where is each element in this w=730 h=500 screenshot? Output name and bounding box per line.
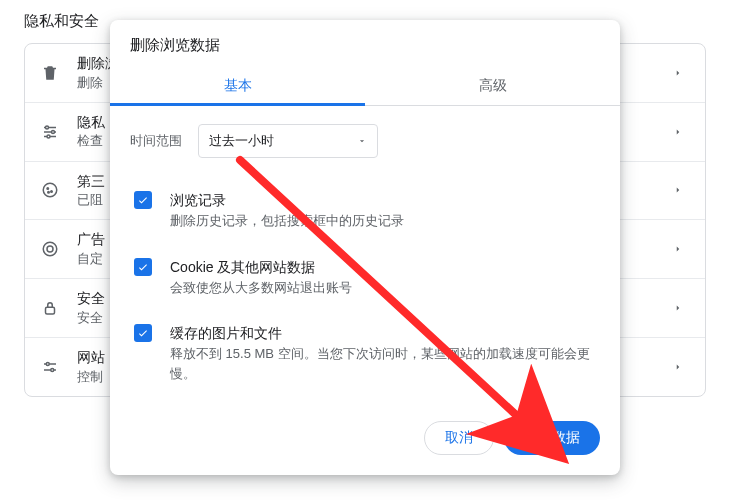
tab-advanced[interactable]: 高级 xyxy=(365,67,620,105)
chevron-right-icon xyxy=(673,240,691,258)
check-row-history: 浏览记录 删除历史记录，包括搜索框中的历史记录 xyxy=(130,180,600,247)
lock-icon xyxy=(39,297,61,319)
dialog-title: 删除浏览数据 xyxy=(110,20,620,63)
time-range-value: 过去一小时 xyxy=(209,132,274,150)
svg-point-11 xyxy=(47,246,53,252)
svg-point-8 xyxy=(51,191,53,193)
dialog-tabs: 基本 高级 xyxy=(110,63,620,106)
cancel-button[interactable]: 取消 xyxy=(424,421,494,455)
check-title: 浏览记录 xyxy=(170,190,404,211)
svg-point-5 xyxy=(47,135,50,138)
chevron-right-icon xyxy=(673,181,691,199)
check-title: Cookie 及其他网站数据 xyxy=(170,257,352,278)
caret-down-icon xyxy=(357,134,367,149)
check-row-cache: 缓存的图片和文件 释放不到 15.5 MB 空间。当您下次访问时，某些网站的加载… xyxy=(130,313,600,399)
tab-basic[interactable]: 基本 xyxy=(110,67,365,105)
svg-point-6 xyxy=(43,184,57,198)
chevron-right-icon xyxy=(673,64,691,82)
trash-icon xyxy=(39,62,61,84)
target-icon xyxy=(39,238,61,260)
checkbox-history[interactable] xyxy=(134,191,152,209)
svg-point-3 xyxy=(46,126,49,129)
checkbox-cookies[interactable] xyxy=(134,258,152,276)
svg-point-16 xyxy=(51,368,54,371)
svg-point-9 xyxy=(48,192,50,194)
svg-rect-12 xyxy=(46,307,55,314)
chevron-right-icon xyxy=(673,358,691,376)
check-row-cookies: Cookie 及其他网站数据 会致使您从大多数网站退出账号 xyxy=(130,247,600,314)
clear-data-dialog: 删除浏览数据 基本 高级 时间范围 过去一小时 浏览记录 xyxy=(110,20,620,475)
check-sub: 删除历史记录，包括搜索框中的历史记录 xyxy=(170,211,404,231)
time-range-select[interactable]: 过去一小时 xyxy=(198,124,378,158)
tune-icon xyxy=(39,356,61,378)
svg-point-15 xyxy=(46,362,49,365)
chevron-right-icon xyxy=(673,299,691,317)
check-title: 缓存的图片和文件 xyxy=(170,323,600,344)
confirm-button[interactable]: 删除数据 xyxy=(504,421,600,455)
chevron-right-icon xyxy=(673,123,691,141)
cookie-icon xyxy=(39,179,61,201)
svg-point-7 xyxy=(47,188,49,190)
check-sub: 会致使您从大多数网站退出账号 xyxy=(170,278,352,298)
check-sub: 释放不到 15.5 MB 空间。当您下次访问时，某些网站的加载速度可能会更慢。 xyxy=(170,344,600,383)
svg-point-10 xyxy=(43,242,57,256)
sliders-icon xyxy=(39,121,61,143)
time-range-label: 时间范围 xyxy=(130,132,182,150)
checkbox-cache[interactable] xyxy=(134,324,152,342)
svg-point-4 xyxy=(52,130,55,133)
